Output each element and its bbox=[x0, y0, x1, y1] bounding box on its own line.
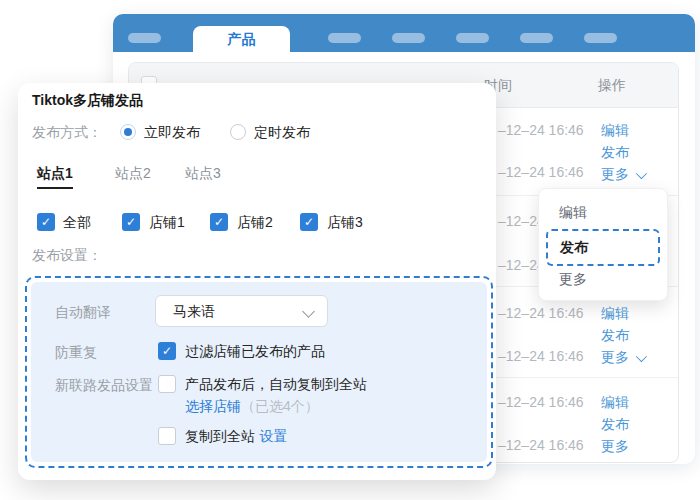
tab-bar: 产品 bbox=[113, 14, 695, 52]
checkbox-filter-published[interactable]: ✓ bbox=[158, 342, 176, 360]
checkbox-auto-copy[interactable] bbox=[158, 375, 176, 393]
radio-immediate-label[interactable]: 立即发布 bbox=[144, 121, 200, 143]
select-shop-link[interactable]: 选择店铺 bbox=[185, 398, 241, 414]
tab-placeholder[interactable] bbox=[456, 33, 489, 43]
auto-translate-label: 自动翻译 bbox=[55, 301, 111, 323]
checkbox-shop2[interactable]: ✓ bbox=[210, 213, 228, 231]
checkbox-all-label[interactable]: 全部 bbox=[63, 211, 91, 233]
language-select[interactable]: 马来语 bbox=[155, 295, 328, 327]
row-time-1: –12–24 16:46 bbox=[498, 119, 584, 141]
checkbox-shop2-label[interactable]: 店铺2 bbox=[237, 211, 273, 233]
edit-link[interactable]: 编辑 bbox=[601, 391, 629, 413]
edit-link[interactable]: 编辑 bbox=[601, 302, 644, 324]
row-time-1: –12–24 16:46 bbox=[498, 302, 584, 324]
row-time-2: –12–24 16:46 bbox=[498, 345, 584, 367]
anti-duplicate-label: 防重复 bbox=[55, 341, 97, 363]
modal-title: Tiktok多店铺发品 bbox=[32, 88, 143, 112]
radio-immediate[interactable] bbox=[120, 124, 136, 140]
checkbox-copy-all-sites-label[interactable]: 复制到全站 bbox=[185, 428, 255, 444]
publish-modal: Tiktok多店铺发品 发布方式： 立即发布 定时发布 站点1 站点2 站点3 … bbox=[18, 83, 496, 480]
publish-method-label: 发布方式： bbox=[32, 121, 102, 143]
publish-settings-label: 发布设置： bbox=[32, 244, 102, 266]
checkbox-all[interactable]: ✓ bbox=[37, 213, 55, 231]
radio-scheduled[interactable] bbox=[230, 124, 246, 140]
more-link[interactable]: 更多 bbox=[601, 435, 629, 457]
edit-link[interactable]: 编辑 bbox=[601, 119, 644, 141]
screen: 产品 时间 操作 –12–24 16:46 –12–24 16:46 编辑 发布 bbox=[0, 0, 700, 500]
new-link-settings-label: 新联路发品设置 bbox=[55, 374, 153, 396]
dropdown-item-edit[interactable]: 编辑 bbox=[539, 197, 667, 227]
copy-settings-link[interactable]: 设置 bbox=[259, 428, 287, 444]
tab-placeholder[interactable] bbox=[520, 33, 553, 43]
language-select-value: 马来语 bbox=[173, 296, 215, 326]
tab-products[interactable]: 产品 bbox=[193, 26, 290, 52]
row-time-2: –12–24 16:46 bbox=[498, 161, 584, 183]
row-time-2: –12–24 16:46 bbox=[498, 434, 584, 456]
column-header-action: 操作 bbox=[598, 63, 626, 107]
checkbox-copy-all-sites[interactable] bbox=[158, 427, 176, 445]
chevron-down-icon bbox=[636, 351, 647, 362]
radio-scheduled-label[interactable]: 定时发布 bbox=[254, 121, 310, 143]
selected-count: （已选4个） bbox=[241, 398, 319, 414]
dropdown-item-more[interactable]: 更多 bbox=[539, 264, 667, 294]
tab-site-2[interactable]: 站点2 bbox=[115, 163, 151, 183]
checkbox-shop1[interactable]: ✓ bbox=[122, 213, 140, 231]
checkbox-shop1-label[interactable]: 店铺1 bbox=[149, 211, 185, 233]
row-actions-dropdown: 编辑 发布 更多 bbox=[538, 188, 668, 301]
publish-link[interactable]: 发布 bbox=[601, 141, 644, 163]
checkbox-filter-published-label[interactable]: 过滤店铺已发布的产品 bbox=[185, 340, 325, 362]
more-link[interactable]: 更多 bbox=[601, 163, 644, 185]
chevron-down-icon bbox=[302, 305, 315, 318]
chevron-down-icon bbox=[636, 168, 647, 179]
tab-placeholder[interactable] bbox=[328, 33, 361, 43]
tab-placeholder[interactable] bbox=[392, 33, 425, 43]
checkbox-shop3[interactable]: ✓ bbox=[300, 213, 318, 231]
tab-placeholder[interactable] bbox=[584, 33, 617, 43]
row-time-1: –12–24 16:46 bbox=[498, 391, 584, 413]
tab-placeholder[interactable] bbox=[128, 33, 161, 43]
more-link[interactable]: 更多 bbox=[601, 346, 644, 368]
tab-site-1[interactable]: 站点1 bbox=[37, 163, 73, 189]
dropdown-item-publish[interactable]: 发布 bbox=[546, 229, 660, 266]
publish-link[interactable]: 发布 bbox=[601, 413, 629, 435]
publish-link[interactable]: 发布 bbox=[601, 324, 644, 346]
checkbox-shop3-label[interactable]: 店铺3 bbox=[327, 211, 363, 233]
checkbox-auto-copy-label[interactable]: 产品发布后，自动复制到全站 bbox=[185, 373, 367, 395]
tab-site-3[interactable]: 站点3 bbox=[185, 163, 221, 183]
